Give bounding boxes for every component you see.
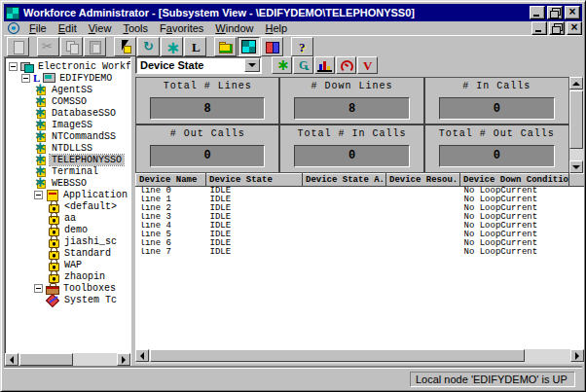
table-row[interactable]: line 3IDLENo LoopCurrent bbox=[136, 213, 585, 222]
scroll-left-button[interactable] bbox=[135, 349, 149, 362]
tree-item-label: jiashi_sc bbox=[62, 236, 119, 247]
tree-item-demo[interactable]: demo bbox=[5, 224, 130, 235]
table-row[interactable]: line 1IDLENo LoopCurrent bbox=[136, 196, 585, 204]
tree-item-zhaopin[interactable]: zhaopin bbox=[5, 270, 130, 282]
column-header-device-resou[interactable]: Device Resou... bbox=[386, 174, 460, 187]
tree-item-toolboxes[interactable]: Toolboxes bbox=[5, 282, 130, 294]
table-horizontal-scrollbar[interactable] bbox=[135, 349, 584, 364]
column-header-device-name[interactable]: Device Name bbox=[136, 174, 206, 187]
tree-horizontal-scrollbar[interactable] bbox=[5, 353, 130, 367]
g-refresh-button[interactable] bbox=[293, 56, 313, 74]
gauge-button[interactable] bbox=[336, 56, 356, 74]
stat-card-in-calls: # In Calls0 bbox=[425, 78, 569, 125]
table-row[interactable]: line 0IDLENo LoopCurrent bbox=[136, 187, 585, 196]
table-cell bbox=[569, 187, 585, 196]
scrollbar-thumb[interactable] bbox=[569, 90, 583, 149]
scroll-down-button[interactable] bbox=[569, 160, 583, 173]
combo-dropdown-button[interactable] bbox=[244, 58, 260, 72]
green-gear-button[interactable] bbox=[272, 56, 292, 74]
pointer-button[interactable] bbox=[114, 37, 136, 56]
tree-item-imagess[interactable]: ImageSS bbox=[5, 119, 130, 130]
folder-button[interactable] bbox=[214, 37, 237, 56]
menu-item-file[interactable]: File bbox=[23, 21, 53, 35]
menu-item-tools[interactable]: Tools bbox=[117, 21, 154, 35]
column-header-device-state-a[interactable]: Device State A... bbox=[303, 174, 386, 187]
menu-item-help[interactable]: Help bbox=[259, 21, 293, 35]
close-button[interactable] bbox=[567, 21, 582, 35]
collapse-toggle[interactable] bbox=[21, 74, 30, 83]
column-header-blank[interactable] bbox=[569, 174, 585, 187]
table-row[interactable]: line 2IDLENo LoopCurrent bbox=[136, 204, 585, 213]
tree-item-wap[interactable]: WAP bbox=[5, 259, 130, 270]
tree-item-edifydemo[interactable]: LEDIFYDEMO bbox=[5, 72, 130, 84]
menu-item-edit[interactable]: Edit bbox=[53, 21, 83, 35]
tree-item-system-tc[interactable]: System Tc bbox=[5, 294, 130, 305]
tree-item-aa[interactable]: aa bbox=[5, 212, 130, 224]
scroll-right-button[interactable] bbox=[570, 349, 584, 362]
letter-l-button[interactable] bbox=[184, 37, 206, 56]
tree-item-default[interactable]: <default> bbox=[5, 200, 130, 212]
restore-button[interactable] bbox=[549, 21, 565, 35]
view-selector-combobox[interactable]: Device State bbox=[135, 56, 262, 74]
collapse-toggle[interactable] bbox=[34, 191, 43, 199]
table-row[interactable]: line 6IDLENo LoopCurrent bbox=[136, 239, 585, 248]
table-cell: IDLE bbox=[206, 187, 303, 196]
scroll-left-button[interactable] bbox=[5, 353, 18, 366]
restore-button[interactable] bbox=[547, 6, 563, 19]
table-row[interactable]: line 4IDLENo LoopCurrent bbox=[136, 222, 585, 231]
tree-item-standard[interactable]: Standard bbox=[5, 247, 130, 259]
close-button[interactable] bbox=[565, 6, 580, 19]
table-row[interactable]: line 5IDLENo LoopCurrent bbox=[136, 231, 585, 239]
tree-item-telephonysso[interactable]: TELEPHONYSSO bbox=[5, 154, 130, 165]
tree-item-jiashi-sc[interactable]: jiashi_sc bbox=[5, 235, 130, 247]
app-icon bbox=[47, 224, 59, 235]
bar-chart-button[interactable] bbox=[314, 56, 335, 74]
tree-item-ntcommandss[interactable]: NTCommandSS bbox=[5, 130, 130, 142]
collapse-toggle[interactable] bbox=[34, 284, 43, 293]
tree-item-ntdllss[interactable]: NTDLLSS bbox=[5, 142, 130, 154]
tree-item-databasesso[interactable]: DatabaseSSO bbox=[5, 107, 130, 119]
tree-item-comsso[interactable]: COMSSO bbox=[5, 95, 130, 107]
grid-button[interactable] bbox=[238, 37, 260, 56]
green-gear-icon bbox=[275, 58, 289, 72]
scrollbar-thumb[interactable] bbox=[19, 353, 73, 366]
tree-item-label: COMSSO bbox=[50, 96, 89, 107]
menu-item-window[interactable]: Window bbox=[209, 21, 259, 35]
table-cell bbox=[569, 231, 585, 239]
table-cell: IDLE bbox=[206, 239, 303, 248]
column-header-device-down-condition[interactable]: Device Down Condition bbox=[460, 174, 569, 187]
minimize-button[interactable] bbox=[530, 6, 545, 19]
tree-item-websso[interactable]: WEBSSO bbox=[5, 177, 130, 189]
tree-item-application[interactable]: Application bbox=[5, 189, 130, 200]
tree-item-label: NTCommandSS bbox=[50, 131, 118, 142]
stat-card-down-lines: # Down Lines8 bbox=[280, 78, 424, 125]
stat-card-total-out-calls: Total # Out Calls0 bbox=[425, 125, 569, 173]
app-icon bbox=[47, 270, 59, 282]
scrollbar-thumb[interactable] bbox=[150, 349, 525, 362]
menu-item-view[interactable]: View bbox=[83, 21, 118, 35]
stat-label: # Out Calls bbox=[136, 128, 278, 139]
refresh-icon bbox=[141, 40, 156, 53]
tree-item-label: Standard bbox=[62, 248, 113, 259]
collapse-toggle[interactable] bbox=[9, 62, 18, 71]
table-row[interactable]: line 7IDLENo LoopCurrent bbox=[136, 248, 585, 257]
node-status-text: Local node 'EDIFYDEMO' is UP bbox=[410, 372, 575, 387]
table-cell: line 6 bbox=[136, 239, 206, 248]
menu-bar: FileEditViewToolsFavoritesWindowHelp bbox=[4, 21, 582, 35]
window-split-button[interactable] bbox=[261, 37, 283, 56]
tree-item-electronic-workfor[interactable]: Electronic Workfor bbox=[5, 60, 130, 72]
tree-item-terminal[interactable]: Terminal bbox=[5, 165, 130, 177]
scroll-right-button[interactable] bbox=[117, 353, 130, 366]
table-cell: line 3 bbox=[136, 213, 206, 222]
minimize-button[interactable] bbox=[531, 21, 547, 35]
workforce-tree: Electronic WorkforLEDIFYDEMOAgentSSCOMSS… bbox=[4, 56, 131, 368]
help-button[interactable] bbox=[291, 37, 313, 56]
column-header-device-state[interactable]: Device State bbox=[206, 174, 303, 187]
red-v-button[interactable] bbox=[357, 56, 378, 74]
tree-item-agentss[interactable]: AgentSS bbox=[5, 84, 130, 95]
menu-item-favorites[interactable]: Favorites bbox=[154, 21, 209, 35]
stats-vertical-scrollbar[interactable] bbox=[569, 77, 584, 173]
refresh-button[interactable] bbox=[137, 37, 160, 56]
scroll-up-button[interactable] bbox=[569, 77, 583, 89]
gear-button[interactable] bbox=[161, 37, 183, 56]
